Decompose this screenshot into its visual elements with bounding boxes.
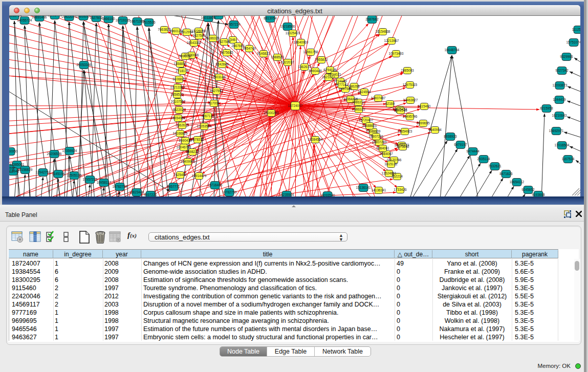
svg-text:13495746: 13495746 <box>403 115 418 118</box>
svg-text:16782759: 16782759 <box>113 185 127 188</box>
svg-text:8427552: 8427552 <box>210 89 223 93</box>
svg-text:9242848: 9242848 <box>215 62 229 66</box>
svg-text:1167534: 1167534 <box>562 157 575 161</box>
svg-text:6878332: 6878332 <box>191 138 204 141</box>
svg-text:10782759: 10782759 <box>222 190 237 194</box>
svg-text:7485003: 7485003 <box>401 69 414 72</box>
svg-text:9882096: 9882096 <box>212 16 225 17</box>
svg-text:7515526: 7515526 <box>142 20 156 24</box>
svg-text:5875685: 5875685 <box>220 51 233 54</box>
svg-text:16120746: 16120746 <box>387 158 402 162</box>
svg-text:15136141: 15136141 <box>356 186 371 189</box>
svg-text:6322027: 6322027 <box>172 108 186 112</box>
svg-text:12505135: 12505135 <box>67 173 82 177</box>
svg-text:17016504: 17016504 <box>555 143 570 147</box>
svg-text:10958117: 10958117 <box>97 181 112 184</box>
svg-text:1112504: 1112504 <box>572 28 580 31</box>
svg-text:3624554: 3624554 <box>358 90 371 94</box>
svg-text:62160: 62160 <box>385 102 395 105</box>
svg-text:9227342: 9227342 <box>555 69 569 72</box>
svg-text:9084061: 9084061 <box>376 146 389 150</box>
svg-text:12385061: 12385061 <box>10 163 25 166</box>
svg-text:1615132: 1615132 <box>384 162 398 166</box>
svg-text:9937221: 9937221 <box>144 193 157 196</box>
svg-text:12975115: 12975115 <box>403 83 418 86</box>
svg-text:2803144: 2803144 <box>212 75 226 79</box>
svg-text:10654112: 10654112 <box>510 180 525 184</box>
svg-text:6466160: 6466160 <box>102 17 115 20</box>
svg-text:9777169: 9777169 <box>334 79 347 83</box>
svg-text:9327509: 9327509 <box>217 40 231 43</box>
svg-text:1527602: 1527602 <box>90 16 103 19</box>
svg-text:7955812: 7955812 <box>315 58 328 61</box>
svg-text:14136141: 14136141 <box>372 188 386 192</box>
svg-text:19166825: 19166825 <box>173 132 188 135</box>
svg-text:7663822: 7663822 <box>158 28 171 31</box>
svg-text:15716485: 15716485 <box>208 183 223 187</box>
svg-text:20891406: 20891406 <box>32 16 47 19</box>
svg-text:8454749: 8454749 <box>243 47 256 50</box>
svg-text:9106821: 9106821 <box>172 77 186 81</box>
svg-text:1002545: 1002545 <box>394 108 407 112</box>
svg-text:746266: 746266 <box>349 84 360 88</box>
svg-text:8813054: 8813054 <box>264 16 277 20</box>
svg-text:15409948: 15409948 <box>181 160 195 163</box>
svg-text:7857224: 7857224 <box>227 23 241 26</box>
svg-text:15720407: 15720407 <box>359 118 374 122</box>
svg-text:546: 546 <box>230 38 236 41</box>
svg-text:10046788: 10046788 <box>177 145 191 149</box>
svg-text:16093540: 16093540 <box>320 193 335 196</box>
svg-text:12156829: 12156829 <box>18 168 33 171</box>
svg-text:252214: 252214 <box>391 174 403 178</box>
svg-text:9245652: 9245652 <box>521 188 535 191</box>
svg-text:7575692: 7575692 <box>396 145 409 148</box>
svg-text:9115460: 9115460 <box>418 104 431 108</box>
svg-text:6899695: 6899695 <box>417 121 430 125</box>
svg-text:1603557: 1603557 <box>9 166 15 170</box>
svg-text:1145194: 1145194 <box>52 172 65 176</box>
svg-text:15751074: 15751074 <box>567 40 580 44</box>
svg-text:9827509: 9827509 <box>192 34 206 37</box>
svg-text:1588520: 1588520 <box>271 55 284 59</box>
svg-text:10653267: 10653267 <box>76 16 91 18</box>
svg-text:17359924: 17359924 <box>62 149 77 152</box>
svg-text:12823448: 12823448 <box>129 190 144 194</box>
svg-text:6322037: 6322037 <box>281 60 294 64</box>
svg-text:8990418: 8990418 <box>179 139 192 142</box>
svg-text:7986312: 7986312 <box>352 100 365 104</box>
svg-text:2687682: 2687682 <box>365 17 379 21</box>
svg-text:1358853: 1358853 <box>173 62 187 65</box>
svg-text:10719185: 10719185 <box>116 18 130 22</box>
svg-text:18640910: 18640910 <box>294 40 309 44</box>
svg-text:18906496: 18906496 <box>48 16 62 17</box>
svg-text:2362615: 2362615 <box>176 123 189 127</box>
svg-text:16210643: 16210643 <box>552 114 567 117</box>
svg-text:12942757: 12942757 <box>36 170 51 174</box>
svg-text:2935114: 2935114 <box>477 157 490 161</box>
svg-text:8215958: 8215958 <box>540 106 553 110</box>
svg-text:8938923: 8938923 <box>444 135 457 138</box>
svg-text:12055724: 12055724 <box>9 16 22 17</box>
svg-text:817006: 817006 <box>208 101 220 105</box>
svg-text:7625402: 7625402 <box>173 173 187 177</box>
svg-text:19654985: 19654985 <box>171 116 186 120</box>
svg-text:1640954: 1640954 <box>428 128 442 132</box>
svg-text:9146821: 9146821 <box>257 52 270 55</box>
svg-text:8990448: 8990448 <box>309 69 322 73</box>
svg-text:10807487: 10807487 <box>371 96 386 100</box>
svg-text:14914479: 14914479 <box>192 174 207 178</box>
svg-text:18807241: 18807241 <box>369 135 384 138</box>
svg-text:3267130: 3267130 <box>201 114 214 118</box>
svg-text:9457771: 9457771 <box>167 185 180 188</box>
svg-text:12213967: 12213967 <box>384 39 399 42</box>
svg-text:9084067: 9084067 <box>380 152 393 156</box>
svg-text:19218506: 19218506 <box>280 25 295 28</box>
svg-text:6794021: 6794021 <box>328 73 341 76</box>
svg-text:18807249: 18807249 <box>372 140 387 144</box>
svg-text:9896162: 9896162 <box>179 54 192 58</box>
svg-text:12213389: 12213389 <box>170 85 185 89</box>
svg-text:1733426: 1733426 <box>394 188 407 191</box>
svg-text:15692971: 15692971 <box>549 129 564 133</box>
svg-text:18724007: 18724007 <box>288 104 303 107</box>
svg-text:9777161: 9777161 <box>335 83 349 86</box>
